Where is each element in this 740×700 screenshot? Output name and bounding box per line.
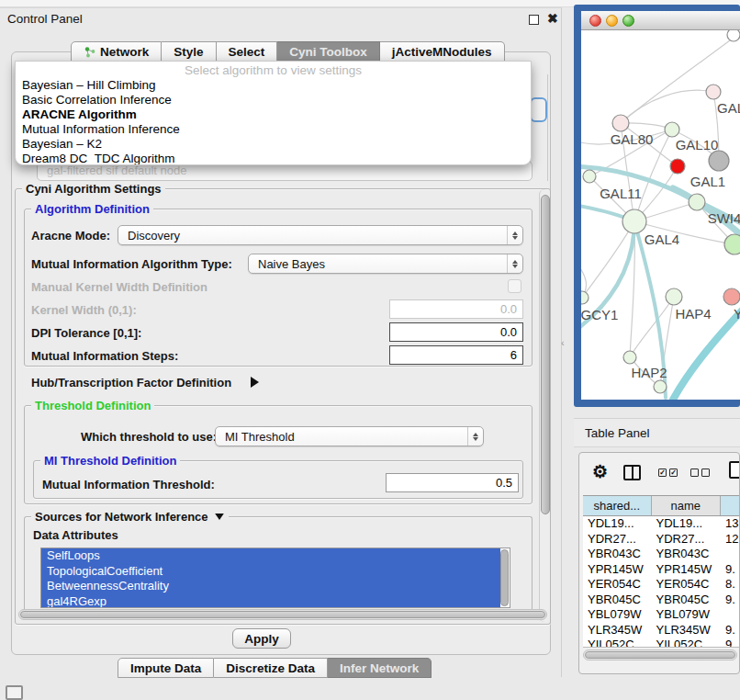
data-attributes-list: SelfLoops TopologicalCoefficient Between… — [40, 548, 510, 608]
which-threshold-combo[interactable]: MI Threshold — [215, 426, 484, 446]
dropdown-option[interactable]: Dream8 DC_TDC Algorithm — [16, 152, 531, 165]
network-node[interactable] — [709, 151, 729, 171]
table-hscrollbar[interactable] — [583, 649, 737, 660]
aracne-mode-combo[interactable]: Discovery — [118, 225, 523, 245]
table-row[interactable]: YDR27...YDR27...12 — [583, 532, 740, 548]
control-panel-titlebar: Control Panel ✖ — [0, 8, 561, 30]
close-icon[interactable]: ✖ — [547, 11, 558, 26]
network-node[interactable] — [623, 351, 636, 364]
network-view-frame: GAL GAL80 GAL10 GAL11 GAL1 GAL4 SWI4 GCY… — [574, 5, 740, 407]
tab-label: Network — [100, 45, 149, 59]
manual-kernel-checkbox[interactable] — [508, 279, 521, 293]
table-row[interactable]: YER054CYER054C8. — [583, 577, 740, 593]
kernel-width-label: Kernel Width (0,1): — [31, 303, 137, 317]
network-node[interactable] — [612, 115, 629, 131]
network-node[interactable] — [654, 380, 667, 393]
table-row[interactable]: YBR045CYBR045C9. — [583, 593, 740, 608]
network-window: GAL GAL80 GAL10 GAL11 GAL1 GAL4 SWI4 GCY… — [581, 11, 740, 400]
network-graph: GAL GAL80 GAL10 GAL11 GAL1 GAL4 SWI4 GCY… — [581, 30, 740, 400]
close-traffic-light-icon[interactable] — [589, 15, 601, 27]
settings-hscrollbar[interactable] — [18, 609, 547, 620]
table-row[interactable]: YDL19...YDL19...13 — [583, 516, 740, 532]
float-window-icon[interactable] — [529, 15, 539, 25]
network-node[interactable] — [723, 288, 740, 305]
tab-infer-network[interactable]: Infer Network — [328, 658, 432, 678]
node-table: shared... name YDL19...YDL19...13 YDR27.… — [583, 495, 740, 648]
inference-algorithm-combo-arrow[interactable] — [530, 97, 547, 122]
expand-arrow-icon[interactable] — [215, 514, 224, 520]
select-all-checks-icon[interactable]: ✓✓ — [658, 469, 678, 477]
attribute-item-selected[interactable]: BetweennessCentrality — [41, 579, 500, 594]
attributes-scrollbar-thumb[interactable] — [500, 549, 509, 606]
apply-button[interactable]: Apply — [232, 628, 291, 649]
minimized-panel-icon[interactable] — [6, 685, 23, 700]
group-border-fragment — [547, 74, 548, 181]
network-node[interactable] — [665, 122, 679, 137]
column-header[interactable]: shared... — [583, 496, 652, 515]
gear-icon[interactable]: ⚙ — [592, 461, 608, 482]
network-node[interactable] — [581, 291, 589, 304]
network-node[interactable] — [666, 288, 682, 305]
deselect-all-checks-icon[interactable] — [690, 469, 710, 477]
table-row[interactable]: YLR345WYLR345W9. — [583, 623, 740, 638]
tab-jactivemnodules[interactable]: jActiveMNodules — [380, 41, 505, 62]
table-row[interactable]: YBR043CYBR043C — [583, 547, 740, 562]
tab-style[interactable]: Style — [162, 41, 216, 62]
dropdown-option[interactable]: Mutual Information Inference — [16, 122, 531, 137]
dpi-tolerance-field[interactable]: 0.0 — [389, 322, 523, 342]
table-row[interactable]: YPR145WYPR145W9. — [583, 562, 740, 578]
which-threshold-value: MI Threshold — [225, 430, 295, 444]
attribute-item-selected[interactable]: TopologicalCoefficient — [41, 564, 500, 580]
network-canvas[interactable]: GAL GAL80 GAL10 GAL11 GAL1 GAL4 SWI4 GCY… — [581, 30, 740, 400]
attribute-item-selected[interactable]: gal4RGexp — [41, 594, 500, 609]
file-icon[interactable] — [729, 461, 740, 479]
split-columns-icon[interactable] — [623, 465, 641, 480]
column-header[interactable]: name — [652, 496, 722, 515]
mi-steps-field[interactable]: 6 — [389, 345, 523, 365]
combo-arrows-icon — [507, 226, 522, 244]
mi-type-label: Mutual Information Algorithm Type: — [31, 257, 232, 271]
collapse-arrow-icon[interactable] — [251, 377, 259, 388]
network-node[interactable] — [706, 85, 721, 99]
network-node[interactable] — [583, 170, 596, 183]
table-row[interactable]: YIL052CYIL052C9 — [583, 638, 740, 648]
tab-label: Select — [229, 45, 265, 59]
sources-title: Sources for Network Inference — [35, 510, 208, 524]
splitter-handle[interactable]: ‹ — [561, 337, 568, 348]
dpi-tolerance-value: 0.0 — [500, 325, 517, 339]
network-node[interactable] — [670, 159, 685, 174]
attribute-item-selected[interactable]: SelfLoops — [41, 548, 500, 564]
mi-type-combo[interactable]: Naive Bayes — [248, 254, 523, 274]
dropdown-option-highlighted[interactable]: ARACNE Algorithm — [16, 107, 531, 122]
network-window-titlebar — [581, 11, 740, 30]
kernel-width-field[interactable]: 0.0 — [389, 299, 523, 319]
dropdown-option[interactable]: Bayesian – K2 — [16, 137, 531, 152]
mi-type-value: Naive Bayes — [258, 257, 325, 271]
settings-scrollbar-track[interactable] — [539, 189, 550, 622]
tab-label: Discretize Data — [226, 661, 315, 675]
tab-label: jActiveMNodules — [392, 45, 492, 59]
tab-discretize-data[interactable]: Discretize Data — [214, 658, 328, 678]
column-header[interactable] — [721, 496, 740, 515]
table-hscrollbar-thumb[interactable] — [585, 651, 735, 659]
dropdown-option[interactable]: Basic Correlation Inference — [16, 93, 531, 107]
zoom-traffic-light-icon[interactable] — [622, 15, 634, 27]
tab-label: Impute Data — [130, 661, 201, 675]
minimize-traffic-light-icon[interactable] — [606, 15, 618, 27]
aracne-mode-value: Discovery — [128, 229, 180, 243]
settings-scrollbar-thumb[interactable] — [541, 195, 550, 514]
table-body: YDL19...YDL19...13 YDR27...YDR27...12 YB… — [583, 516, 740, 648]
tab-network[interactable]: Network — [71, 41, 162, 62]
table-row[interactable]: YBL079WYBL079W — [583, 607, 740, 623]
tab-impute-data[interactable]: Impute Data — [118, 658, 214, 678]
mi-threshold-field[interactable]: 0.5 — [386, 473, 519, 492]
network-node[interactable] — [622, 209, 646, 233]
mi-steps-label: Mutual Information Steps: — [31, 349, 178, 363]
tab-select[interactable]: Select — [217, 41, 278, 62]
network-node[interactable] — [689, 194, 705, 210]
network-node[interactable] — [724, 234, 740, 254]
settings-hscrollbar-thumb[interactable] — [20, 611, 545, 618]
tab-cyni-toolbox[interactable]: Cyni Toolbox — [277, 41, 380, 62]
network-node[interactable] — [727, 30, 740, 41]
dropdown-option[interactable]: Bayesian – Hill Climbing — [16, 78, 531, 93]
